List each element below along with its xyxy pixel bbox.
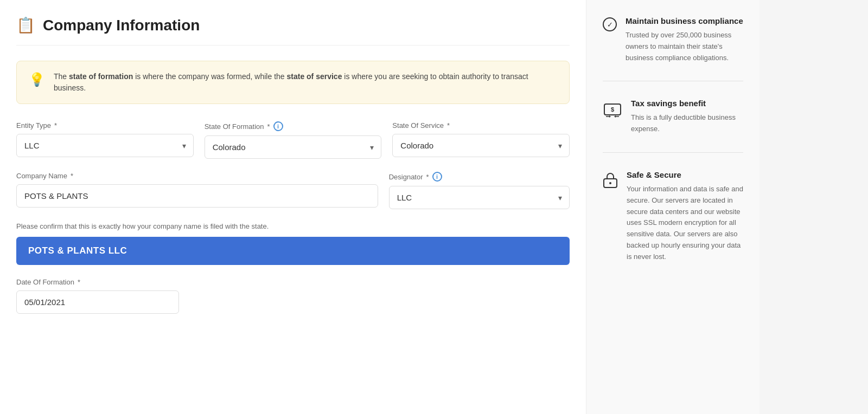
entity-type-label: Entity Type * xyxy=(16,121,194,130)
tax-description: This is a fully deductible business expe… xyxy=(631,112,743,135)
designator-select-wrapper: LLC L.L.C. Limited Liability Company ▾ xyxy=(389,186,570,209)
state-formation-select[interactable]: Colorado California Texas New York xyxy=(205,135,382,159)
designator-group: Designator * i LLC L.L.C. Limited Liabil… xyxy=(389,172,570,209)
sidebar-divider-1 xyxy=(603,81,743,81)
sidebar-item-tax: $ Tax savings benefit This is a fully de… xyxy=(603,99,743,135)
form-row-3: Date Of Formation * xyxy=(16,278,570,314)
svg-marker-5 xyxy=(614,115,616,118)
date-formation-group: Date Of Formation * xyxy=(16,278,179,314)
designator-label: Designator * i xyxy=(389,172,570,182)
lock-icon xyxy=(603,171,618,191)
entity-type-group: Entity Type * LLC Corporation S-Corp Non… xyxy=(16,121,194,159)
page-header: 📋 Company Information xyxy=(16,16,570,46)
sidebar: ✓ Maintain business compliance Trusted b… xyxy=(586,0,760,414)
date-formation-label: Date Of Formation * xyxy=(16,278,179,286)
tax-content: Tax savings benefit This is a fully dedu… xyxy=(631,99,743,135)
state-formation-select-wrapper: Colorado California Texas New York ▾ xyxy=(205,135,382,159)
state-formation-label: State Of Formation * i xyxy=(205,121,382,131)
info-banner-text: The state of formation is where the comp… xyxy=(54,71,557,94)
entity-type-select[interactable]: LLC Corporation S-Corp Non-Profit xyxy=(16,134,194,157)
state-service-select-wrapper: Colorado California Texas New York ▾ xyxy=(392,134,570,157)
compliance-description: Trusted by over 250,000 business owners … xyxy=(626,30,743,63)
sidebar-item-secure: Safe & Secure Your information and data … xyxy=(603,170,743,263)
company-name-label: Company Name * xyxy=(16,172,378,180)
info-banner: 💡 The state of formation is where the co… xyxy=(16,61,570,104)
page-title: Company Information xyxy=(43,17,200,34)
full-company-name-badge: POTS & PLANTS LLC xyxy=(16,237,570,265)
date-formation-input[interactable] xyxy=(16,290,179,314)
svg-point-7 xyxy=(609,182,611,184)
state-service-label: State Of Service * xyxy=(392,121,570,130)
compliance-content: Maintain business compliance Trusted by … xyxy=(626,16,743,63)
lightbulb-icon: 💡 xyxy=(29,72,45,87)
secure-content: Safe & Secure Your information and data … xyxy=(627,170,743,263)
tax-title: Tax savings benefit xyxy=(631,99,743,108)
designator-select[interactable]: LLC L.L.C. Limited Liability Company xyxy=(389,186,570,209)
sidebar-item-compliance: ✓ Maintain business compliance Trusted b… xyxy=(603,16,743,63)
svg-marker-3 xyxy=(609,115,611,118)
bold-state-service: state of service xyxy=(287,72,342,81)
svg-text:$: $ xyxy=(611,106,614,113)
check-circle-icon: ✓ xyxy=(603,17,617,31)
secure-description: Your information and data is safe and se… xyxy=(627,184,743,263)
dollar-exchange-icon: $ xyxy=(603,100,622,119)
form-row-2: Company Name * Designator * i LLC L.L.C.… xyxy=(16,172,570,209)
state-service-select[interactable]: Colorado California Texas New York xyxy=(392,134,570,157)
building-icon: 📋 xyxy=(16,16,35,34)
compliance-title: Maintain business compliance xyxy=(626,16,743,25)
state-formation-group: State Of Formation * i Colorado Californ… xyxy=(205,121,382,159)
secure-title: Safe & Secure xyxy=(627,170,743,179)
confirm-text: Please confirm that this is exactly how … xyxy=(16,222,570,230)
bold-state-formation: state of formation xyxy=(69,72,133,81)
form-row-1: Entity Type * LLC Corporation S-Corp Non… xyxy=(16,121,570,159)
company-name-input[interactable] xyxy=(16,184,378,208)
company-name-group: Company Name * xyxy=(16,172,378,209)
sidebar-divider-2 xyxy=(603,152,743,153)
state-service-group: State Of Service * Colorado California T… xyxy=(392,121,570,159)
entity-type-select-wrapper: LLC Corporation S-Corp Non-Profit ▾ xyxy=(16,134,194,157)
state-formation-info-icon[interactable]: i xyxy=(273,121,283,131)
designator-info-icon[interactable]: i xyxy=(432,172,442,182)
